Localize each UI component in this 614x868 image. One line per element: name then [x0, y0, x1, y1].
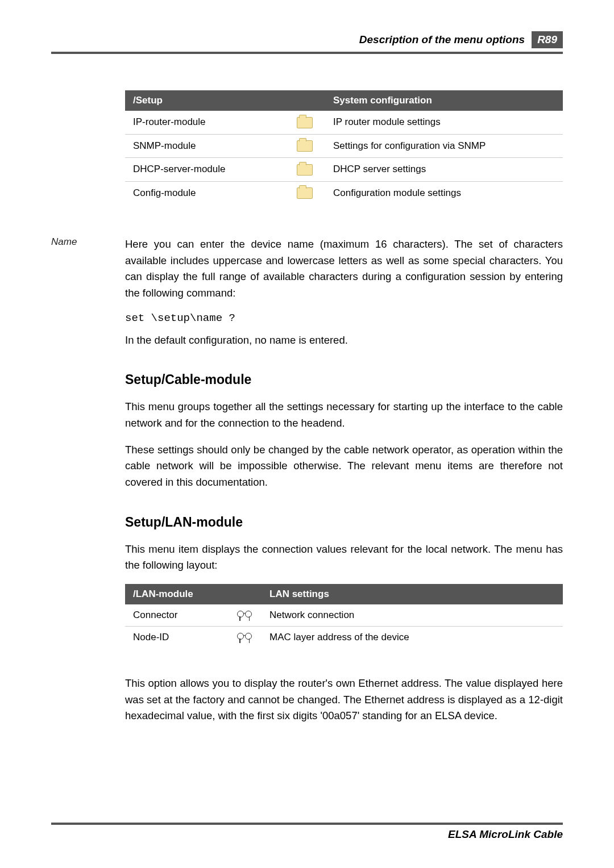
setup-row-name: IP-router-module: [125, 111, 284, 134]
lan-para-1: This menu item displays the connection v…: [125, 541, 563, 574]
page-number-badge: R89: [532, 31, 563, 48]
page-header: Description of the menu options R89: [51, 31, 563, 48]
setup-table: /Setup System configuration IP-router-mo…: [125, 90, 563, 205]
name-description-para: Here you can enter the device name (maxi…: [125, 236, 563, 302]
setup-row-desc: Settings for configuration via SNMP: [325, 134, 563, 158]
lan-table-header-path: /LAN-module: [125, 584, 227, 604]
table-row: Node-ID MAC layer address of the device: [125, 627, 563, 649]
table-row: IP-router-module IP router module settin…: [125, 111, 563, 134]
lan-row-name: Node-ID: [125, 627, 227, 649]
lan-row-name: Connector: [125, 604, 227, 627]
setup-row-name: DHCP-server-module: [125, 158, 284, 182]
header-rule: [51, 52, 563, 54]
cable-para-1: This menu groups together all the settin…: [125, 399, 563, 431]
lan-row-desc: MAC layer address of the device: [262, 627, 563, 649]
setup-row-name: SNMP-module: [125, 134, 284, 158]
footer-rule: [51, 823, 563, 825]
setup-row-desc: Configuration module settings: [325, 181, 563, 205]
lan-module-heading: Setup/LAN-module: [125, 515, 563, 530]
setup-row-name: Config-module: [125, 181, 284, 205]
code-command: set \setup\name ?: [125, 312, 563, 324]
footer-text: ELSA MicroLink Cable: [51, 828, 563, 841]
table-row: Config-module Configuration module setti…: [125, 181, 563, 205]
table-row: Connector Network connection: [125, 604, 563, 627]
setup-table-header-desc: System configuration: [325, 90, 563, 111]
glasses-icon: [237, 611, 252, 621]
table-row: DHCP-server-module DHCP server settings: [125, 158, 563, 182]
cable-para-2: These settings should only be changed by…: [125, 442, 563, 491]
margin-label-name: Name: [51, 236, 125, 248]
glasses-icon: [237, 633, 252, 643]
folder-icon: [297, 140, 313, 152]
lan-table-header-icon: [227, 584, 262, 604]
lan-table-header-desc: LAN settings: [262, 584, 563, 604]
folder-icon: [297, 117, 313, 128]
setup-row-desc: IP router module settings: [325, 111, 563, 134]
setup-row-desc: DHCP server settings: [325, 158, 563, 182]
page-footer: ELSA MicroLink Cable: [51, 823, 563, 841]
lan-row-desc: Network connection: [262, 604, 563, 627]
name-default-para: In the default configuration, no name is…: [125, 332, 563, 349]
folder-icon: [297, 187, 313, 199]
setup-table-header-path: /Setup: [125, 90, 284, 111]
node-id-para: This option allows you to display the ro…: [125, 675, 563, 724]
lan-table: /LAN-module LAN settings Connector: [125, 584, 563, 648]
header-title: Description of the menu options: [359, 34, 525, 46]
folder-icon: [297, 164, 313, 176]
setup-table-header-icon: [284, 90, 325, 111]
cable-module-heading: Setup/Cable-module: [125, 372, 563, 387]
table-row: SNMP-module Settings for configuration v…: [125, 134, 563, 158]
